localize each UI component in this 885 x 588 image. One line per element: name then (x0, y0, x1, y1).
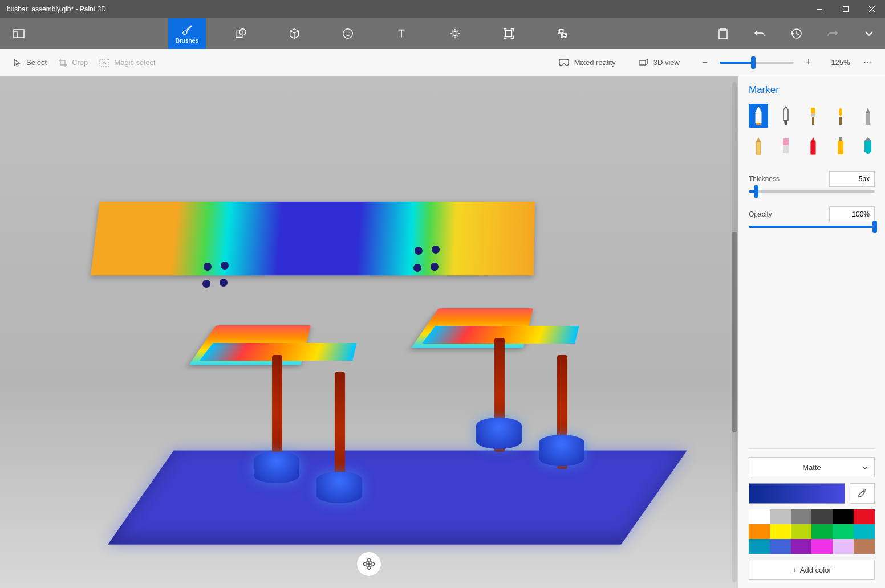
svg-point-6 (453, 31, 457, 35)
color-swatch[interactable] (833, 509, 854, 524)
color-swatch[interactable] (770, 539, 791, 554)
zoom-out-button[interactable]: − (697, 55, 713, 71)
svg-rect-24 (839, 137, 842, 141)
close-button[interactable] (859, 0, 885, 18)
color-swatch[interactable] (854, 509, 875, 524)
tab-brushes[interactable]: Brushes (168, 18, 206, 49)
ribbon: Brushes (0, 18, 885, 49)
current-color[interactable] (749, 483, 845, 504)
svg-point-5 (343, 29, 353, 39)
menu-button[interactable] (7, 22, 30, 45)
brush-grid (749, 104, 875, 157)
brush-eraser[interactable] (776, 133, 795, 157)
paste-button[interactable] (712, 22, 734, 45)
color-swatch[interactable] (770, 509, 791, 524)
svg-rect-1 (843, 7, 849, 12)
zoom-percentage[interactable]: 125% (823, 58, 858, 67)
color-swatch[interactable] (811, 524, 833, 539)
svg-point-4 (239, 29, 246, 35)
minimize-button[interactable] (806, 0, 833, 18)
brush-calligraphy[interactable] (776, 104, 795, 128)
tab-brushes-label: Brushes (176, 37, 198, 44)
svg-rect-17 (812, 117, 814, 125)
color-swatch[interactable] (770, 524, 791, 539)
brush-marker[interactable] (749, 104, 768, 128)
opacity-label: Opacity (749, 210, 772, 218)
mixed-reality-button[interactable]: Mixed reality (553, 55, 622, 70)
svg-rect-16 (811, 113, 815, 117)
color-swatch[interactable] (749, 509, 770, 524)
svg-rect-20 (756, 142, 761, 154)
color-swatches (749, 509, 875, 554)
svg-rect-3 (236, 31, 242, 37)
more-button[interactable]: ⋯ (858, 52, 878, 73)
svg-rect-22 (783, 145, 789, 153)
thickness-input[interactable] (829, 171, 875, 187)
svg-rect-23 (811, 142, 815, 154)
eyedropper-button[interactable] (850, 483, 875, 504)
svg-rect-0 (817, 9, 822, 10)
color-swatch[interactable] (833, 524, 854, 539)
tab-canvas[interactable] (490, 18, 527, 49)
brush-spray[interactable] (831, 133, 850, 157)
svg-rect-15 (811, 108, 815, 113)
side-panel: Marker Thickness Opacity (738, 76, 885, 588)
canvas-3d-model[interactable] (0, 76, 738, 588)
brush-pixel[interactable] (858, 104, 878, 128)
select-tool[interactable]: Select (7, 55, 52, 71)
main: Marker Thickness Opacity (0, 76, 885, 588)
tab-2d-shapes[interactable] (222, 18, 259, 49)
3d-view-button[interactable]: 3D view (633, 55, 685, 70)
color-swatch[interactable] (791, 524, 812, 539)
color-swatch[interactable] (854, 539, 875, 554)
brush-oil[interactable] (803, 104, 823, 128)
crop-tool: Crop (52, 55, 94, 71)
titlebar: busbar_assembly.glb* - Paint 3D (0, 0, 885, 18)
color-swatch[interactable] (811, 509, 833, 524)
brush-pencil[interactable] (749, 133, 768, 157)
svg-rect-19 (866, 113, 870, 125)
brush-crayon[interactable] (803, 133, 823, 157)
brush-watercolor[interactable] (831, 104, 850, 128)
mixed-reality-label: Mixed reality (574, 58, 616, 67)
brush-fill[interactable] (858, 133, 878, 157)
tab-effects[interactable] (436, 18, 474, 49)
color-swatch[interactable] (749, 539, 770, 554)
color-swatch[interactable] (811, 539, 833, 554)
history-button[interactable] (785, 22, 807, 45)
undo-button[interactable] (748, 22, 771, 45)
color-swatch[interactable] (833, 539, 854, 554)
zoom-slider[interactable] (720, 62, 794, 64)
magic-select-label: Magic select (114, 58, 155, 67)
thickness-label: Thickness (749, 175, 780, 183)
select-label: Select (26, 58, 47, 67)
svg-rect-11 (100, 59, 109, 66)
chevron-down-icon (862, 463, 868, 472)
add-color-button[interactable]: + Add color (749, 560, 875, 580)
rotate-3d-icon[interactable] (356, 552, 381, 577)
redo-button[interactable] (821, 22, 844, 45)
expand-button[interactable] (858, 22, 880, 45)
plus-icon: + (792, 566, 797, 574)
color-swatch[interactable] (854, 524, 875, 539)
zoom-controls: − + 125% (697, 55, 858, 71)
canvas-scrollbar[interactable] (732, 82, 737, 582)
tab-text[interactable] (383, 18, 420, 49)
thickness-slider[interactable] (749, 190, 875, 193)
canvas-area[interactable] (0, 76, 738, 588)
tab-3d-library[interactable] (543, 18, 581, 49)
add-color-label: Add color (800, 566, 831, 574)
color-swatch[interactable] (749, 524, 770, 539)
3d-view-label: 3D view (653, 58, 680, 67)
maximize-button[interactable] (833, 0, 859, 18)
zoom-in-button[interactable]: + (801, 55, 817, 71)
crop-label: Crop (72, 58, 88, 67)
tab-3d-shapes[interactable] (275, 18, 313, 49)
material-select[interactable]: Matte (749, 457, 875, 477)
tab-stickers[interactable] (329, 18, 367, 49)
color-swatch[interactable] (791, 539, 812, 554)
opacity-input[interactable] (829, 206, 875, 222)
svg-rect-21 (783, 138, 789, 145)
color-swatch[interactable] (791, 509, 812, 524)
opacity-slider[interactable] (749, 226, 875, 228)
